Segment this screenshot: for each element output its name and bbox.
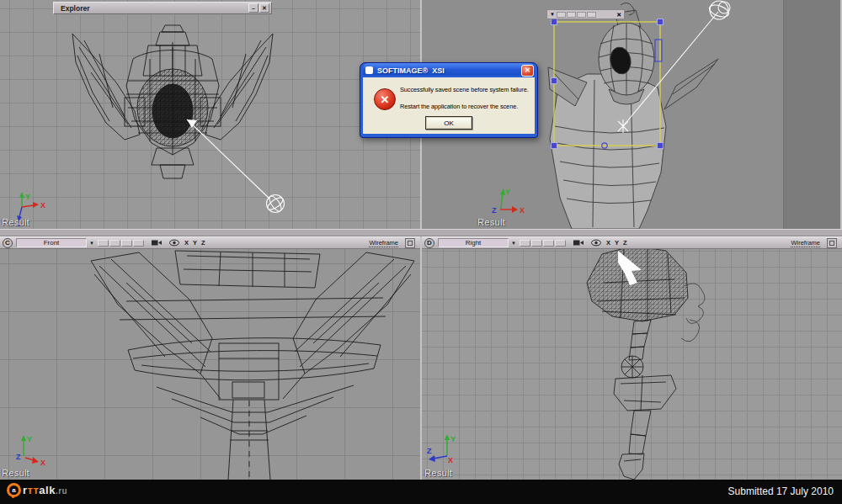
display-options-button[interactable]	[827, 238, 837, 248]
model-head-wireframe[interactable]	[72, 25, 273, 178]
model-bust[interactable]	[548, 3, 718, 229]
explorer-close-button[interactable]: ✕	[259, 3, 269, 13]
viewport-divider-horizontal[interactable]	[0, 229, 842, 236]
display-mode-menu[interactable]: Wireframe	[369, 239, 398, 247]
camera-icon[interactable]	[573, 239, 584, 247]
xsi-error-dialog: SOFTIMAGE® XSI ✕ ✕ Successfully saved sc…	[360, 62, 538, 138]
memo-cam-button[interactable]	[531, 240, 542, 247]
axis-lock-x[interactable]: X	[606, 239, 610, 247]
svg-text:Y: Y	[27, 435, 32, 443]
dialog-body: ✕ Successfully saved scene before system…	[363, 77, 535, 134]
display-mode-menu[interactable]: Wireframe	[791, 239, 820, 247]
explorer-window-title: Explorer	[61, 4, 248, 13]
wireframe-robot-head-front[interactable]	[0, 0, 420, 229]
mini-memo-button[interactable]	[557, 12, 566, 18]
view-type-label: Front	[44, 239, 60, 247]
axis-lock-y[interactable]: Y	[193, 239, 197, 247]
mini-close-icon[interactable]: ✕	[616, 12, 621, 18]
dialog-title: SOFTIMAGE® XSI	[377, 66, 521, 75]
submitted-date-label: Submitted 17 July 2010	[728, 485, 834, 497]
mini-memo-button[interactable]	[567, 12, 576, 18]
eye-visibility-icon[interactable]	[590, 239, 602, 247]
memo-cam-button[interactable]	[121, 240, 132, 247]
memo-cam-button[interactable]	[543, 240, 554, 247]
result-label: Result	[477, 217, 505, 227]
axis-gizmo-right: Y Z X	[422, 431, 474, 473]
logo-letter: тт	[28, 484, 40, 496]
explorer-minimize-button[interactable]: –	[248, 3, 258, 13]
viewport-header-front: C Front ▼ X Y Z Wireframe	[0, 236, 420, 249]
camera-icon[interactable]	[151, 239, 163, 247]
eye-visibility-icon[interactable]	[168, 239, 180, 247]
svg-text:Z: Z	[16, 453, 21, 461]
svg-text:X: X	[520, 206, 525, 215]
axis-gizmo-front: Y Z X	[5, 432, 52, 473]
svg-text:Y: Y	[505, 188, 510, 196]
svg-text:X: X	[40, 459, 45, 467]
dialog-message-line1: Successfully saved scene before system f…	[400, 86, 529, 93]
memo-cam-button[interactable]	[555, 240, 566, 247]
dialog-close-button[interactable]: ✕	[521, 65, 534, 77]
memo-cam-button[interactable]	[520, 240, 530, 247]
memo-cam-button[interactable]	[133, 240, 144, 247]
light-null-link[interactable]	[187, 119, 285, 213]
mini-dropdown-arrow-icon[interactable]: ▼	[550, 12, 555, 17]
arttalk-logo: a rттalk.ru	[7, 483, 67, 497]
wireframe-robot-side-view[interactable]	[422, 249, 842, 480]
viewport-header-right: D Right ▼ X Y Z Wireframe	[422, 236, 842, 249]
xsi-application-window: Y X Z Result Explorer – ✕	[0, 0, 842, 504]
explorer-window-titlebar[interactable]: Explorer – ✕	[53, 2, 272, 14]
viewport-right-bottom-right[interactable]: Y Z X Result	[422, 249, 842, 480]
dialog-message-line2: Restart the application to recover the s…	[400, 103, 518, 110]
view-type-selector[interactable]: Right	[438, 238, 509, 247]
axis-lock-z[interactable]: Z	[623, 239, 627, 247]
svg-text:X: X	[448, 456, 453, 464]
floating-mini-toolbar[interactable]: ▼ ✕	[546, 9, 625, 19]
view-type-selector[interactable]: Front	[16, 238, 87, 247]
result-label: Result	[2, 468, 29, 478]
axis-lock-y[interactable]: Y	[615, 239, 619, 247]
model-side-wireframe[interactable]	[587, 249, 705, 480]
memo-cam-button[interactable]	[98, 240, 109, 247]
logo-domain: .ru	[56, 486, 67, 496]
svg-text:Z: Z	[492, 206, 497, 215]
model-face-wireframe[interactable]	[91, 251, 414, 480]
view-dropdown-arrow-icon[interactable]: ▼	[511, 241, 516, 246]
mini-memo-button[interactable]	[577, 12, 586, 18]
memo-cam-button[interactable]	[109, 240, 120, 247]
axis-lock-x[interactable]: X	[184, 239, 189, 247]
result-label: Result	[2, 217, 29, 227]
viewport-letter-button[interactable]: C	[3, 238, 13, 248]
viewport-letter-button[interactable]: D	[424, 238, 434, 248]
ok-button[interactable]: OK	[425, 116, 472, 130]
svg-text:Z: Z	[427, 447, 432, 455]
axis-lock-z[interactable]: Z	[201, 239, 205, 247]
dialog-titlebar[interactable]: SOFTIMAGE® XSI ✕	[363, 63, 535, 77]
wireframe-head-front-zoomed[interactable]	[0, 249, 420, 480]
svg-text:X: X	[40, 201, 45, 210]
error-icon: ✕	[374, 88, 396, 110]
display-options-button[interactable]	[405, 238, 415, 248]
logo-dot	[12, 496, 14, 498]
viewport-user-top-left[interactable]: Y X Z Result Explorer – ✕	[0, 0, 420, 229]
svg-text:Y: Y	[25, 193, 30, 201]
result-label: Result	[424, 468, 452, 478]
view-type-label: Right	[466, 239, 482, 247]
svg-text:Y: Y	[450, 435, 456, 443]
mini-memo-button[interactable]	[587, 12, 596, 18]
footer-bar: a rттalk.ru Submitted 17 July 2010	[0, 480, 842, 504]
logo-letter: alk	[39, 484, 56, 496]
viewport-front-bottom-left[interactable]: Y Z X Result	[0, 249, 420, 480]
dialog-app-icon	[365, 66, 373, 74]
view-dropdown-arrow-icon[interactable]: ▼	[89, 241, 94, 246]
